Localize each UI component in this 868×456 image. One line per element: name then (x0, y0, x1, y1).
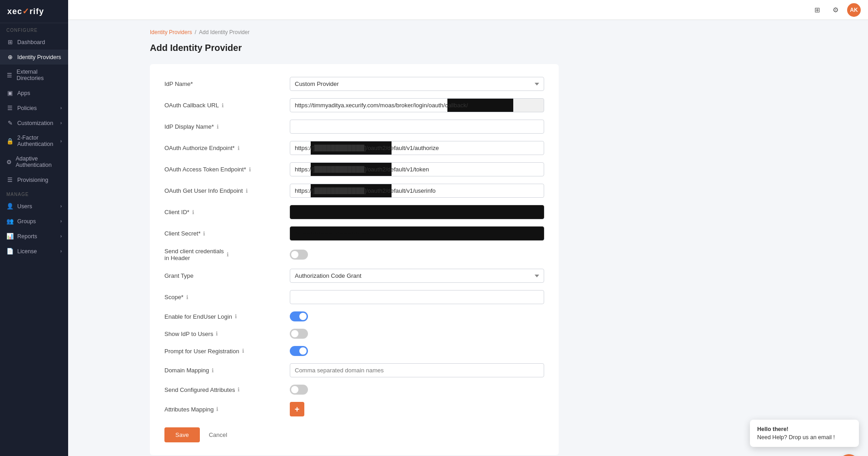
enable-enduser-toggle[interactable] (290, 311, 308, 321)
sidebar-item-identity-providers[interactable]: ⊕ Identity Providers (0, 50, 68, 65)
idp-display-name-input[interactable]: myoktaoauth (290, 120, 544, 134)
enable-enduser-row: Enable for EndUser Login ℹ (164, 311, 544, 321)
grant-type-select[interactable]: Authorization Code Grant Implicit Grant … (290, 269, 544, 283)
idp-name-select[interactable]: Custom Provider Okta Google Azure AD SAM… (290, 77, 544, 91)
callback-url-input[interactable] (290, 98, 544, 112)
info-icon[interactable]: ℹ (192, 209, 194, 215)
access-token-control (290, 162, 544, 176)
breadcrumb: Identity Providers / Add Identity Provid… (150, 29, 854, 35)
chevron-right-icon: › (60, 219, 62, 224)
sidebar-item-label: Provisioning (17, 177, 48, 183)
show-idp-toggle[interactable] (290, 329, 308, 339)
send-credentials-toggle[interactable] (290, 250, 308, 260)
sidebar-item-adaptive-auth[interactable]: ⚙ Adaptive Authentication (0, 151, 68, 172)
sidebar-item-label: Apps (17, 90, 30, 96)
prompt-registration-row: Prompt for User Registration ℹ (164, 346, 544, 356)
2fa-icon: 🔒 (6, 138, 14, 145)
toggle-slider (290, 329, 308, 339)
userinfo-row: OAuth Get User Info Endpoint ℹ (164, 184, 544, 198)
sidebar-item-label: External Directories (17, 69, 62, 81)
info-icon[interactable]: ℹ (186, 294, 188, 301)
chat-subtitle: Need Help? Drop us an email ! (757, 434, 852, 441)
sidebar-item-license[interactable]: 📄 License › (0, 244, 68, 259)
scope-label: Scope* ℹ (164, 294, 283, 301)
authorize-endpoint-input[interactable] (290, 141, 544, 155)
sidebar-item-policies[interactable]: ☰ Policies › (0, 100, 68, 115)
chat-bubble: Hello there! Need Help? Drop us an email… (750, 420, 859, 447)
sidebar-item-customization[interactable]: ✎ Customization › (0, 115, 68, 130)
access-token-row: OAuth Access Token Endpoint* ℹ (164, 162, 544, 176)
idp-name-label: IdP Name* (164, 80, 283, 87)
client-id-input[interactable] (290, 205, 544, 219)
chevron-right-icon: › (60, 120, 62, 125)
client-id-row: Client ID* ℹ (164, 205, 544, 219)
users-icon: 👤 (6, 203, 14, 210)
sidebar-item-external-directories[interactable]: ☰ External Directories (0, 65, 68, 85)
info-icon[interactable]: ℹ (238, 386, 240, 393)
attributes-mapping-label: Attributes Mapping ℹ (164, 406, 283, 413)
scope-row: Scope* ℹ openid profile email (164, 290, 544, 304)
domain-mapping-input[interactable] (290, 363, 544, 377)
apps-icon: ▣ (6, 90, 14, 96)
chevron-right-icon: › (60, 139, 62, 144)
sidebar-item-users[interactable]: 👤 Users › (0, 199, 68, 214)
breadcrumb-separator: / (195, 29, 196, 35)
sidebar-item-label: Customization (17, 120, 53, 126)
info-icon[interactable]: ℹ (216, 406, 218, 412)
info-icon[interactable]: ℹ (203, 231, 205, 237)
attributes-mapping-row: Attributes Mapping ℹ + (164, 402, 544, 416)
access-token-input[interactable] (290, 162, 544, 176)
chevron-right-icon: › (60, 105, 62, 110)
send-attributes-toggle[interactable] (290, 385, 308, 395)
toggle-slider (290, 385, 308, 395)
chevron-right-icon: › (60, 249, 62, 254)
info-icon[interactable]: ℹ (212, 367, 214, 374)
add-attribute-button[interactable]: + (290, 402, 304, 416)
info-icon[interactable]: ℹ (249, 166, 251, 173)
enable-enduser-toggle-wrap (290, 311, 308, 321)
scope-input[interactable]: openid profile email (290, 290, 544, 304)
idp-display-name-control: myoktaoauth (290, 120, 544, 134)
sidebar-item-provisioning[interactable]: ☰ Provisioning (0, 172, 68, 187)
info-icon[interactable]: ℹ (238, 145, 240, 151)
avatar[interactable]: AK (847, 3, 861, 17)
info-icon[interactable]: ℹ (227, 251, 229, 258)
sidebar-item-label: Identity Providers (17, 54, 61, 60)
info-icon[interactable]: ℹ (216, 331, 218, 337)
reports-icon: 📊 (6, 233, 14, 240)
sidebar-item-dashboard[interactable]: ⊞ Dashboard (0, 35, 68, 50)
chevron-right-icon: › (60, 234, 62, 239)
settings-icon[interactable]: ⚙ (829, 4, 842, 16)
policies-icon: ☰ (6, 105, 14, 111)
sidebar-item-apps[interactable]: ▣ Apps (0, 85, 68, 100)
sidebar-item-groups[interactable]: 👥 Groups › (0, 214, 68, 229)
domain-mapping-label: Domain Mapping ℹ (164, 367, 283, 374)
info-icon[interactable]: ℹ (235, 313, 237, 320)
sidebar-item-label: Reports (17, 233, 37, 240)
grid-icon[interactable]: ⊞ (811, 4, 823, 16)
info-icon[interactable]: ℹ (222, 102, 224, 109)
chat-title: Hello there! (757, 426, 852, 432)
save-button[interactable]: Save (164, 427, 200, 442)
show-idp-toggle-wrap (290, 329, 308, 339)
info-icon[interactable]: ℹ (242, 348, 244, 354)
sidebar-item-label: Policies (17, 105, 37, 111)
sidebar-item-label: License (17, 248, 37, 255)
sidebar-item-reports[interactable]: 📊 Reports › (0, 229, 68, 244)
breadcrumb-parent[interactable]: Identity Providers (150, 29, 192, 35)
grant-type-control: Authorization Code Grant Implicit Grant … (290, 269, 544, 283)
cancel-button[interactable]: Cancel (204, 427, 232, 442)
sidebar-item-2fa[interactable]: 🔒 2-Factor Authentication › (0, 130, 68, 151)
logo: xec✓rify (0, 0, 68, 23)
page-title: Add Identity Provider (150, 43, 854, 53)
authorize-endpoint-label: OAuth Authorize Endpoint* ℹ (164, 145, 283, 151)
info-icon[interactable]: ℹ (246, 188, 248, 194)
scope-control: openid profile email (290, 290, 544, 304)
info-icon[interactable]: ℹ (217, 124, 219, 130)
client-secret-input[interactable] (290, 226, 544, 241)
customization-icon: ✎ (6, 120, 14, 126)
client-id-control (290, 205, 544, 219)
prompt-registration-toggle[interactable] (290, 346, 308, 356)
userinfo-input[interactable] (290, 184, 544, 198)
toggle-slider (290, 250, 308, 260)
